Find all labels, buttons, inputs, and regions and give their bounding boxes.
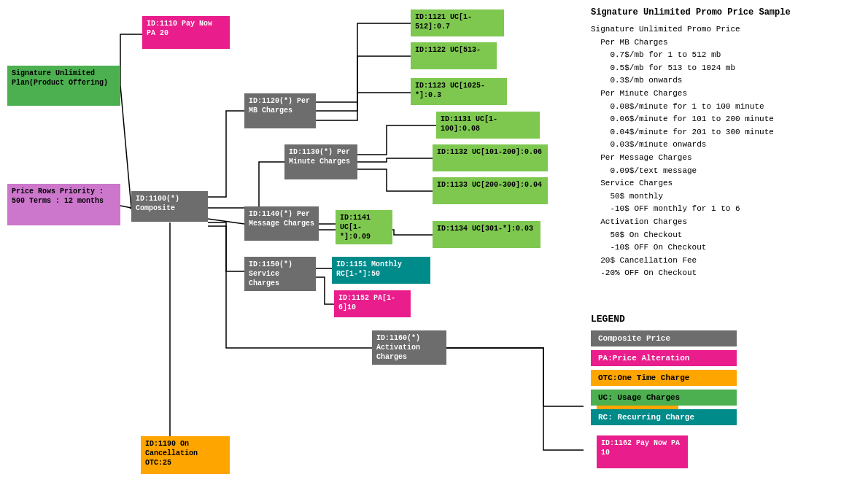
node-1134: ID:1134 UC[301-*]:0.03 [433, 221, 540, 248]
node-1131: ID:1131 UC[1-100]:0.08 [436, 112, 540, 139]
node-1152: ID:1152 PA[1-6]10 [334, 290, 411, 317]
node-price-rows: Price Rows Priority : 500 Terms : 12 mon… [7, 184, 120, 225]
node-1162: ID:1162 Pay Now PA 10 [597, 435, 688, 468]
legend-title: LEGEND [591, 314, 864, 325]
node-1190: ID:1190 On Cancellation OTC:25 [141, 436, 230, 474]
node-1140: ID:1140(*) Per Message Charges [244, 206, 319, 241]
node-1150: ID:1150(*) Service Charges [244, 257, 316, 291]
node-1100: ID:1100(*) Composite [131, 191, 208, 222]
node-1122: ID:1122 UC[513- [411, 42, 497, 69]
node-product-offering: Signature Unlimited Plan(Product Offerin… [7, 66, 120, 106]
svg-line-1 [120, 206, 131, 208]
legend-item-orange: OTC:One Time Charge [591, 370, 737, 386]
node-1120: ID:1120(*) Per MB Charges [244, 93, 316, 128]
node-1121: ID:1121 UC[1-512]:0.7 [411, 9, 504, 36]
legend-item-teal: RC: Recurring Charge [591, 409, 737, 425]
legend-item-pink: PA:Price Alteration [591, 350, 737, 366]
node-1130: ID:1130(*) Per Minute Charges [284, 144, 357, 179]
legend-item-gray: Composite Price [591, 330, 737, 346]
node-1133: ID:1133 UC[200-300]:0.04 [433, 177, 548, 204]
info-panel: Signature Unlimited Promo Price Sample S… [591, 7, 864, 280]
diagram-area: Signature Unlimited Plan(Product Offerin… [0, 0, 584, 488]
node-1110: ID:1110 Pay Now PA 20 [142, 16, 230, 49]
node-1141: ID:1141 UC[1- *]:0.09 [336, 210, 392, 244]
node-1151: ID:1151 Monthly RC[1-*]:50 [332, 257, 430, 284]
node-1132: ID:1132 UC[101-200]:0.06 [433, 144, 548, 171]
legend-panel: LEGEND Composite PricePA:Price Alteratio… [591, 314, 864, 429]
svg-line-0 [120, 85, 131, 208]
info-text: Signature Unlimited Promo Price Per MB C… [591, 23, 864, 280]
node-1123: ID:1123 UC[1025-*]:0.3 [411, 78, 507, 105]
legend-item-green: UC: Usage Charges [591, 390, 737, 406]
info-title: Signature Unlimited Promo Price Sample [591, 7, 864, 18]
node-1160: ID:1160(*) Activation Charges [372, 330, 446, 365]
